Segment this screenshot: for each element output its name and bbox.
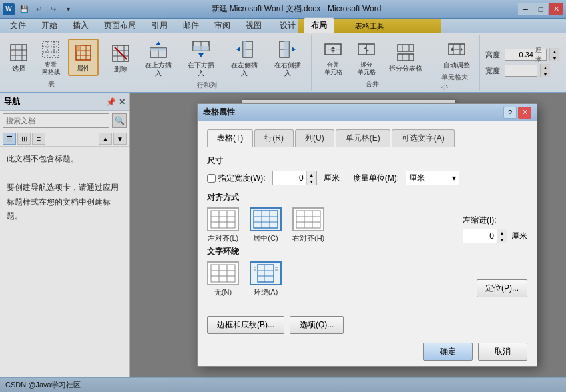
svg-rect-59 bbox=[211, 211, 235, 228]
indent-label-row: 左缩进(I): bbox=[463, 215, 527, 226]
measure-unit-dropdown[interactable]: 厘米 ▾ bbox=[406, 171, 459, 185]
indent-input-spinner: ▲ ▼ bbox=[463, 229, 507, 243]
align-left-option[interactable]: 左对齐(L) bbox=[207, 207, 239, 243]
options-btn[interactable]: 选项(Q)... bbox=[290, 316, 344, 334]
wrap-wrap-label: 环绕(A) bbox=[254, 287, 278, 297]
ok-btn[interactable]: 确定 bbox=[423, 343, 473, 361]
indent-spinner: ▲ ▼ bbox=[497, 229, 507, 243]
indent-value-input[interactable] bbox=[463, 229, 497, 243]
wrap-wrap-icon bbox=[250, 261, 282, 285]
wrap-none-icon bbox=[207, 261, 239, 285]
align-right-icon bbox=[292, 207, 324, 231]
svg-rect-69 bbox=[296, 211, 320, 228]
width-input-spinner: ▲ ▼ bbox=[272, 171, 317, 185]
indent-unit-label: 厘米 bbox=[511, 231, 527, 242]
measure-unit-arrow: ▾ bbox=[452, 173, 456, 183]
width-value-spinner: ▲ ▼ bbox=[306, 171, 316, 185]
dialog-tabs: 表格(T) 行(R) 列(U) 单元格(E) 可选文字(A) bbox=[207, 129, 527, 147]
width-checkbox[interactable] bbox=[207, 174, 216, 183]
wrap-section: 文字环绕 无(N) 环绕(A) 定位(P)... bbox=[207, 246, 527, 297]
width-unit-label: 厘米 bbox=[324, 173, 340, 184]
dialog-tab-cell[interactable]: 单元格(E) bbox=[336, 129, 390, 147]
align-left-icon bbox=[207, 207, 239, 231]
align-center-label: 居中(C) bbox=[253, 233, 278, 243]
measure-label: 度量单位(M): bbox=[353, 173, 399, 184]
svg-rect-74 bbox=[211, 265, 235, 282]
border-btn[interactable]: 边框和底纹(B)... bbox=[207, 316, 284, 334]
dialog-title: 表格属性 bbox=[203, 107, 503, 118]
dialog-titlebar: 表格属性 ? ✕ bbox=[198, 104, 537, 121]
dialog-content: 表格(T) 行(R) 列(U) 单元格(E) 可选文字(A) 尺寸 指定宽度(W… bbox=[198, 121, 537, 311]
table-properties-dialog: 表格属性 ? ✕ 表格(T) 行(R) 列(U) 单元格(E) 可选文字(A) … bbox=[197, 103, 537, 367]
width-value-down-btn[interactable]: ▼ bbox=[307, 178, 316, 185]
position-btn[interactable]: 定位(P)... bbox=[477, 279, 527, 297]
size-row: 指定宽度(W): ▲ ▼ 厘米 度量单位(M): 厘米 ▾ bbox=[207, 171, 527, 185]
width-value-up-btn[interactable]: ▲ bbox=[307, 171, 316, 178]
align-section-title: 对齐方式 bbox=[207, 192, 527, 203]
align-right-option[interactable]: 右对齐(H) bbox=[292, 207, 324, 243]
dialog-help-btn[interactable]: ? bbox=[503, 107, 517, 119]
svg-rect-79 bbox=[258, 265, 274, 282]
size-section-title: 尺寸 bbox=[207, 155, 527, 167]
indent-col: 左缩进(I): ▲ ▼ 厘米 bbox=[463, 215, 527, 243]
dialog-tab-col[interactable]: 列(U) bbox=[295, 129, 334, 147]
indent-label: 左缩进(I): bbox=[463, 215, 497, 226]
modal-overlay: 表格属性 ? ✕ 表格(T) 行(R) 列(U) 单元格(E) 可选文字(A) … bbox=[0, 0, 566, 392]
dialog-close-btn[interactable]: ✕ bbox=[518, 107, 531, 119]
align-left-label: 左对齐(L) bbox=[208, 233, 238, 243]
align-right-label: 右对齐(H) bbox=[292, 233, 324, 243]
dialog-bottom-row: 边框和底纹(B)... 选项(Q)... bbox=[198, 311, 537, 337]
width-checkbox-row: 指定宽度(W): bbox=[207, 173, 266, 184]
wrap-section-title: 文字环绕 bbox=[207, 246, 527, 257]
wrap-none-option[interactable]: 无(N) bbox=[207, 261, 239, 297]
indent-up-btn[interactable]: ▲ bbox=[497, 229, 507, 236]
dialog-titlebar-btns: ? ✕ bbox=[503, 107, 531, 119]
width-checkbox-label: 指定宽度(W): bbox=[218, 173, 266, 184]
measure-unit-text: 厘米 bbox=[409, 173, 425, 184]
dialog-actions: 确定 取消 bbox=[198, 337, 537, 366]
wrap-none-label: 无(N) bbox=[214, 287, 232, 297]
width-value-input[interactable] bbox=[273, 171, 306, 185]
indent-down-btn[interactable]: ▼ bbox=[497, 236, 507, 243]
align-row: 左对齐(L) 居中(C) 右对齐(H) 左缩进(I): bbox=[207, 207, 527, 243]
dialog-tab-row[interactable]: 行(R) bbox=[254, 129, 294, 147]
align-center-icon bbox=[250, 207, 282, 231]
align-center-option[interactable]: 居中(C) bbox=[250, 207, 282, 243]
svg-rect-64 bbox=[254, 211, 278, 228]
dialog-tab-table[interactable]: 表格(T) bbox=[207, 129, 253, 147]
indent-input-row: ▲ ▼ 厘米 bbox=[463, 229, 527, 243]
wrap-wrap-option[interactable]: 环绕(A) bbox=[250, 261, 282, 297]
cancel-btn[interactable]: 取消 bbox=[478, 343, 527, 361]
dialog-tab-alttext[interactable]: 可选文字(A) bbox=[392, 129, 455, 147]
dialog-secondary-btns: 边框和底纹(B)... 选项(Q)... bbox=[207, 316, 344, 334]
